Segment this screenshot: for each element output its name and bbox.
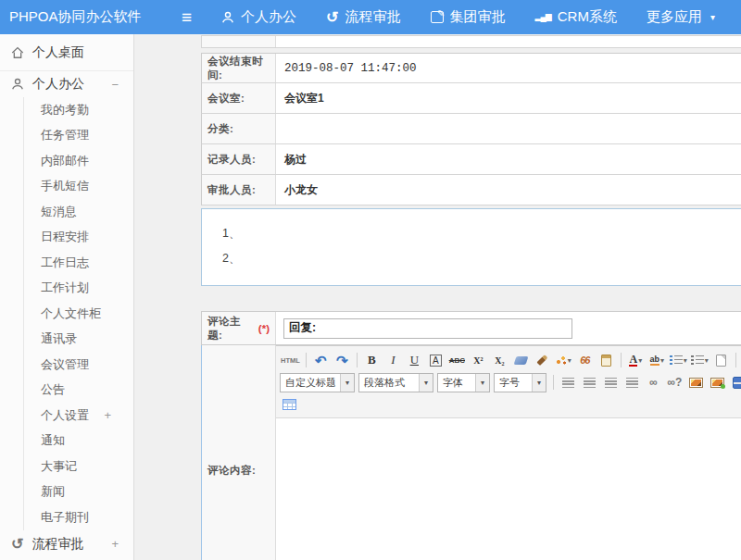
sub-item-label: 个人设置 [41, 407, 89, 424]
required-mark: (*) [258, 323, 270, 334]
comment-subject-cell [276, 312, 741, 344]
sub-item-label: 日程安排 [41, 229, 89, 245]
sidebar-item-task-management[interactable]: 任务管理 [24, 123, 133, 149]
effects-button[interactable]: ▾ [554, 351, 573, 370]
home-icon [11, 46, 24, 59]
align-center-button[interactable] [580, 373, 599, 392]
sidebar-item-desktop[interactable]: 个人桌面 [0, 34, 133, 71]
sub-item-label: 通知 [41, 432, 65, 449]
nav-item-label: CRM系统 [558, 8, 617, 26]
nav-item-personal-office[interactable]: 个人办公 [221, 8, 296, 26]
comment-subject-input[interactable] [283, 318, 572, 339]
nav-item-crm[interactable]: ▂▄▆ CRM系统 [535, 8, 617, 26]
field-label-approver: 审批人员: [202, 175, 276, 205]
sidebar: 个人桌面 个人办公 − 我的考勤 任务管理 内部邮件 手机短信 短消息 日程安排… [0, 34, 134, 560]
sidebar-item-work-plan[interactable]: 工作计划 [24, 276, 133, 302]
caret-down-icon: ▾ [638, 356, 642, 365]
sidebar-item-sms[interactable]: 手机短信 [24, 174, 133, 200]
caret-down-icon: ▾ [568, 356, 571, 365]
sidebar-item-announcement[interactable]: 公告 [24, 378, 133, 404]
sidebar-item-e-journal[interactable]: 电子期刊 [24, 504, 133, 530]
insert-image-button[interactable] [686, 373, 706, 392]
undo-button[interactable]: ↶ [311, 351, 331, 370]
sidebar-item-contacts[interactable]: 通讯录 [24, 327, 133, 353]
superscript-button[interactable]: X² [469, 351, 488, 370]
blockquote-button[interactable]: 66 [575, 351, 595, 370]
insert-net-image-button[interactable] [708, 373, 727, 392]
sidebar-item-short-message[interactable]: 短消息 [24, 199, 133, 225]
justify-button[interactable] [622, 373, 642, 392]
sidebar-item-major-events[interactable]: 大事记 [24, 454, 133, 479]
sidebar-item-my-attendance[interactable]: 我的考勤 [24, 97, 133, 123]
format-painter-button[interactable] [533, 351, 552, 370]
italic-button[interactable]: I [383, 351, 403, 370]
align-right-button[interactable] [601, 373, 621, 392]
strikethrough-button[interactable]: ABC [447, 351, 467, 370]
caret-down-icon: ▾ [684, 356, 687, 365]
source-code-button[interactable]: HTML [280, 351, 301, 370]
field-label-meeting-room: 会议室: [202, 83, 276, 113]
highlight-color-button[interactable]: ab▾ [647, 351, 667, 370]
redo-button[interactable]: ↷ [333, 351, 352, 370]
unordered-list-button[interactable]: ▾ [690, 351, 710, 370]
collapse-minus-icon[interactable]: − [111, 78, 122, 92]
sidebar-item-news[interactable]: 新闻 [24, 479, 133, 505]
paragraph-format-select[interactable]: 段落格式▾ [358, 373, 433, 392]
nav-item-workflow-approval[interactable]: ↺ 流程审批 [326, 8, 400, 26]
field-value-approver: 小龙女 [276, 175, 741, 205]
font-color-button[interactable]: A▾ [626, 351, 646, 370]
char-border-button[interactable]: A [430, 355, 442, 367]
insert-table-button[interactable] [280, 395, 299, 415]
nav-item-label: 集团审批 [450, 8, 506, 26]
expand-plus-icon[interactable]: + [104, 408, 120, 422]
toolbar-row-3 [280, 393, 741, 416]
bold-button[interactable]: B [362, 351, 382, 370]
sub-item-label: 任务管理 [41, 127, 89, 143]
partial-table-row [201, 35, 741, 48]
insert-media-button[interactable] [729, 373, 741, 392]
main-content: 会议结束时间: 2019-08-07 11:47:00 会议室: 会议室1 分类… [135, 34, 741, 560]
sidebar-item-workflow-approval[interactable]: ↺ 流程审批 + [0, 530, 133, 558]
comment-form: 评论主题: (*) 评论内容: HTML ↶ ↷ [201, 311, 741, 560]
sidebar-item-label: 个人办公 [32, 76, 84, 93]
subscript-button[interactable]: X₂ [490, 351, 509, 370]
sidebar-submenu: 我的考勤 任务管理 内部邮件 手机短信 短消息 日程安排 工作日志 工作计划 个… [23, 97, 133, 530]
sidebar-item-schedule[interactable]: 日程安排 [24, 225, 133, 251]
nav-item-group-approval[interactable]: ✎ 集团审批 [431, 8, 506, 26]
heading-select[interactable]: 自定义标题▾ [280, 373, 355, 392]
sidebar-item-personal-settings[interactable]: 个人设置 + [24, 403, 133, 429]
nav-item-label: 流程审批 [345, 8, 401, 26]
font-size-select[interactable]: 字号▾ [494, 373, 546, 392]
sidebar-item-meeting-management[interactable]: 会议管理 [24, 352, 133, 378]
sidebar-item-notice[interactable]: 通知 [24, 429, 133, 454]
person-icon [221, 11, 234, 24]
sidebar-item-internal-mail[interactable]: 内部邮件 [24, 148, 133, 174]
remove-link-button[interactable]: ∞? [665, 373, 684, 392]
eraser-button[interactable] [511, 351, 531, 370]
paste-button[interactable] [597, 351, 616, 370]
comment-subject-label: 评论主题: (*) [202, 312, 276, 344]
select-value: 段落格式 [359, 376, 419, 390]
expand-plus-icon[interactable]: + [111, 537, 122, 551]
sidebar-item-label: 流程审批 [31, 536, 83, 553]
sidebar-item-personal-office[interactable]: 个人办公 − [0, 71, 133, 97]
nav-item-more-apps[interactable]: 更多应用 ▾ [647, 8, 715, 26]
sub-item-label: 会议管理 [41, 356, 89, 373]
insert-link-button[interactable]: ∞ [644, 373, 663, 392]
sidebar-item-work-log[interactable]: 工作日志 [24, 250, 133, 276]
ordered-list-icon [670, 355, 683, 366]
sub-item-label: 电子期刊 [41, 509, 89, 526]
hamburger-menu-icon[interactable]: ≡ [182, 8, 192, 26]
nav-item-label: 更多应用 [647, 8, 702, 26]
align-left-button[interactable] [559, 373, 578, 392]
underline-button[interactable]: U [405, 351, 424, 370]
sidebar-item-personal-files[interactable]: 个人文件柜 [24, 301, 133, 327]
toolbar-separator [621, 353, 622, 367]
new-page-button[interactable] [711, 351, 731, 370]
bar-chart-icon: ▂▄▆ [535, 13, 551, 21]
ordered-list-button[interactable]: ▾ [669, 351, 688, 370]
editor-content-area[interactable] [276, 418, 741, 560]
font-color-icon: A [629, 354, 637, 367]
table-row: 会议室: 会议室1 [201, 83, 741, 114]
font-family-select[interactable]: 字体▾ [437, 373, 490, 392]
